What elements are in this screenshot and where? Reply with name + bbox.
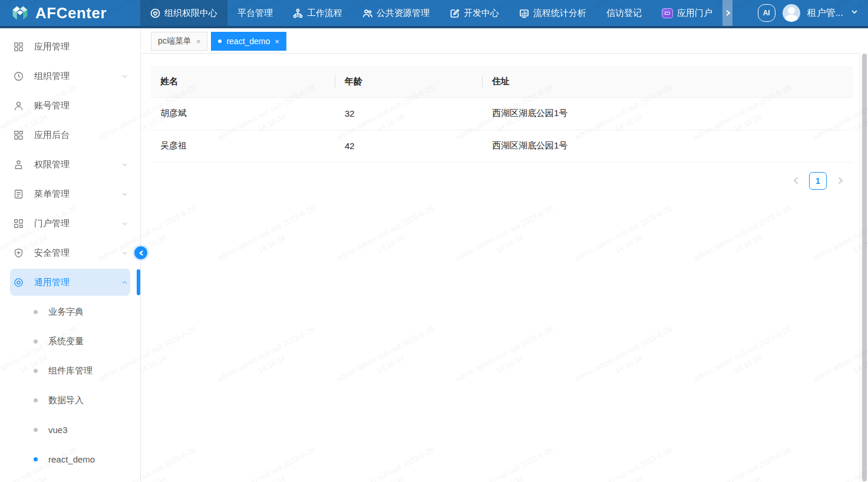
cell-address: 西湖区湖底公园1号: [483, 130, 853, 162]
sidebar-item-account-mgmt[interactable]: 账号管理: [0, 91, 140, 120]
sidebar-item-label: 账号管理: [34, 100, 70, 111]
table-row: 吴彦祖 42 西湖区湖底公园1号: [151, 130, 853, 162]
sidebar-subitem-system-vars[interactable]: 系统变量: [0, 326, 140, 356]
sidebar-item-menu-mgmt[interactable]: 菜单管理: [0, 179, 140, 209]
afcenter-logo-icon: [11, 4, 29, 22]
sidebar-collapse-button[interactable]: [134, 246, 147, 259]
sidebar-item-app-backend[interactable]: 应用后台: [0, 120, 140, 150]
bullet-icon: [34, 310, 38, 314]
bullet-icon: [34, 369, 38, 373]
chevron-down-icon: [121, 161, 128, 169]
column-header-name: 姓名: [151, 66, 335, 97]
gear-icon: [13, 277, 24, 288]
cell-age: 42: [335, 130, 483, 162]
nav-item-process-stats[interactable]: 流程统计分析: [509, 0, 596, 26]
sidebar-subitem-label: react_demo: [48, 454, 95, 464]
tab-label: pc端菜单: [158, 36, 192, 47]
page-number-button[interactable]: 1: [809, 172, 827, 190]
ai-assistant-button[interactable]: AI: [758, 4, 775, 22]
tab-react-demo[interactable]: react_demo ×: [211, 32, 286, 51]
sidebar-subitem-business-dict[interactable]: 业务字典: [0, 297, 140, 326]
nav-item-label: 信访登记: [606, 8, 642, 19]
app-logo[interactable]: AFCenter: [0, 0, 140, 26]
heart-badge-icon: [150, 8, 160, 18]
grid-alt-icon: [13, 218, 24, 229]
sidebar-item-app-mgmt[interactable]: 应用管理: [0, 32, 140, 61]
person-badge-icon: [13, 159, 24, 170]
sidebar-subitem-label: vue3: [48, 425, 68, 435]
nav-item-label: 应用门户: [677, 8, 712, 19]
nav-item-dev-center[interactable]: 开发中心: [440, 0, 509, 26]
column-header-address: 住址: [483, 66, 853, 97]
chevron-right-icon: [837, 177, 844, 184]
nav-item-workflow[interactable]: 工作流程: [283, 0, 352, 26]
sidebar-item-label: 安全管理: [34, 247, 70, 259]
nav-overflow-arrow[interactable]: [722, 0, 732, 26]
grid-alt-icon: [13, 130, 24, 141]
user-icon: [13, 100, 24, 111]
sidebar-item-label: 菜单管理: [34, 189, 70, 200]
sidebar-subitem-label: 组件库管理: [48, 365, 93, 377]
tenant-name[interactable]: 租户管...: [807, 7, 843, 19]
vertical-scrollbar-thumb[interactable]: [862, 54, 867, 481]
nav-item-public-resources[interactable]: 公共资源管理: [352, 0, 440, 26]
sidebar-item-label: 组织管理: [34, 71, 70, 82]
sidebar-item-label: 权限管理: [34, 159, 70, 170]
sidebar-item-org-mgmt[interactable]: 组织管理: [0, 61, 140, 91]
cell-address: 西湖区湖底公园1号: [483, 97, 853, 130]
sidebar-subitem-data-import[interactable]: 数据导入: [0, 385, 140, 415]
nav-item-label: 平台管理: [237, 8, 273, 19]
nav-item-petition-register[interactable]: 信访登记: [596, 0, 652, 26]
sidebar: 应用管理 组织管理 账号管理 应用后台 权限管理 菜单管理 门户管理 安全管理 …: [0, 28, 141, 482]
sidebar-subitem-label: 业务字典: [48, 306, 84, 318]
user-menu-toggle[interactable]: [850, 8, 859, 18]
chart-monitor-icon: [519, 8, 529, 18]
nav-item-label: 流程统计分析: [533, 8, 586, 19]
sidebar-item-label: 应用管理: [34, 41, 70, 52]
bullet-icon: [34, 339, 38, 344]
pagination: 1: [151, 172, 849, 190]
cell-age: 32: [335, 97, 483, 130]
nav-item-platform-mgmt[interactable]: 平台管理: [227, 0, 283, 26]
column-header-age: 年龄: [335, 66, 483, 97]
nav-item-label: 工作流程: [307, 8, 342, 19]
clock-icon: [13, 71, 24, 82]
bullet-icon: [34, 398, 38, 402]
user-avatar[interactable]: [783, 4, 800, 22]
chevron-right-icon: [724, 9, 731, 16]
tab-label: react_demo: [226, 37, 270, 46]
chevron-down-icon: [121, 220, 128, 227]
nav-item-app-portal[interactable]: 应用门户: [652, 0, 722, 26]
nav-item-label: 组织权限中心: [164, 8, 217, 19]
document-icon: [13, 189, 24, 200]
sidebar-item-general-mgmt[interactable]: 通用管理: [0, 268, 140, 297]
sidebar-subitem-component-lib[interactable]: 组件库管理: [0, 356, 140, 385]
sidebar-item-security-mgmt[interactable]: 安全管理: [0, 238, 140, 268]
table-header-row: 姓名 年龄 住址: [151, 66, 853, 97]
close-icon[interactable]: ×: [275, 38, 279, 45]
prev-page-button[interactable]: [787, 172, 804, 190]
chevron-left-icon: [792, 177, 800, 184]
top-nav: 组织权限中心 平台管理 工作流程 公共资源管理 开发中心 流程统计分析 信访登记…: [140, 0, 732, 26]
sidebar-item-permission-mgmt[interactable]: 权限管理: [0, 150, 140, 179]
content-panel: 姓名 年龄 住址 胡彦斌 32 西湖区湖底公园1号 吴彦祖 42 西湖区湖底公园…: [141, 53, 868, 482]
grid-icon: [13, 41, 24, 52]
edit-square-icon: [450, 8, 460, 18]
top-header: AFCenter 组织权限中心 平台管理 工作流程 公共资源管理 开发中心 流程…: [0, 0, 868, 28]
close-icon[interactable]: ×: [196, 38, 201, 45]
next-page-button[interactable]: [831, 172, 849, 190]
nav-item-org-permission-center[interactable]: 组织权限中心: [140, 0, 227, 26]
sidebar-subitem-react-demo[interactable]: react_demo: [0, 444, 140, 474]
active-indicator-bar: [137, 269, 140, 295]
sidebar-item-portal-mgmt[interactable]: 门户管理: [0, 209, 140, 238]
sidebar-subitem-vue3[interactable]: vue3: [0, 415, 140, 444]
sidebar-item-label: 应用后台: [34, 130, 70, 141]
vertical-scrollbar-track: [859, 53, 868, 482]
sidebar-subitem-label: 数据导入: [48, 395, 84, 406]
app-title: AFCenter: [35, 4, 107, 22]
tab-pc-menu[interactable]: pc端菜单 ×: [151, 32, 207, 51]
chevron-down-icon: [121, 249, 128, 257]
bullet-icon: [34, 457, 38, 461]
main-content: pc端菜单 × react_demo × 姓名 年龄 住址 胡彦斌 32 西湖区: [141, 28, 868, 482]
sidebar-item-label: 通用管理: [34, 277, 70, 288]
